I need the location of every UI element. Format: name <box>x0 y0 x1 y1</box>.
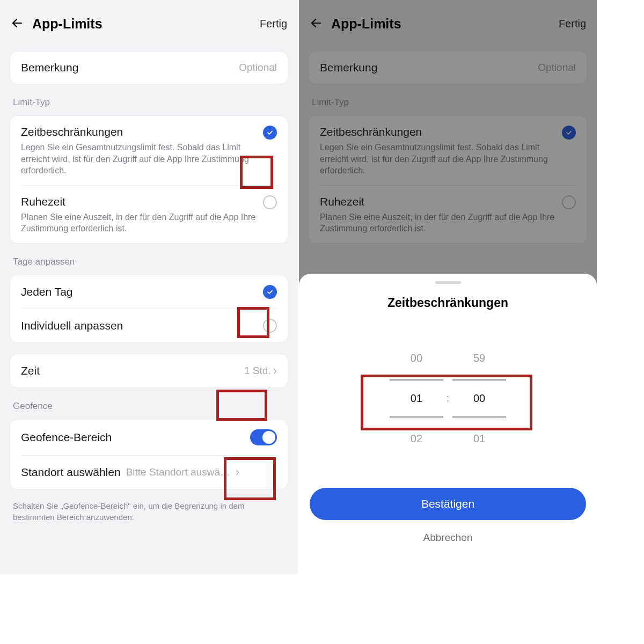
time-row[interactable]: Zeit 1 Std. › <box>10 354 288 387</box>
minutes-prev: 59 <box>452 337 506 379</box>
select-location-value: Bitte Standort auswäh… <box>126 466 233 478</box>
limit-type-section: Limit-Typ <box>10 95 288 115</box>
time-limit-option[interactable]: Zeitbeschränkungen Legen Sie ein Gesamtn… <box>10 116 288 185</box>
days-card: Jeden Tag Individuell anpassen <box>10 275 288 343</box>
custom-days-label: Individuell anpassen <box>21 319 263 332</box>
downtime-desc: Planen Sie eine Auszeit, in der für den … <box>21 211 263 235</box>
time-picker-sheet: Zeitbeschränkungen 00 01 02 : 59 00 01 B… <box>299 274 597 574</box>
geofence-toggle[interactable] <box>250 429 277 445</box>
right-screenshot: App-Limits Fertig Bemerkung Optional Lim… <box>299 0 597 574</box>
geofence-section: Geofence <box>10 399 288 419</box>
hours-column[interactable]: 00 01 02 <box>390 337 443 460</box>
select-location-label: Standort auswählen <box>21 466 121 479</box>
minutes-column[interactable]: 59 00 01 <box>452 337 506 460</box>
minutes-selected: 00 <box>452 379 506 418</box>
time-limit-title: Zeitbeschränkungen <box>21 126 263 138</box>
time-picker[interactable]: 00 01 02 : 59 00 01 <box>310 337 586 460</box>
time-separator: : <box>443 393 452 404</box>
select-location-row[interactable]: Standort auswählen Bitte Standort auswäh… <box>10 456 288 489</box>
geofence-card: Geofence-Bereich Standort auswählen Bitt… <box>10 419 288 489</box>
remark-row[interactable]: Bemerkung Optional <box>10 52 288 84</box>
downtime-title: Ruhezeit <box>21 195 263 208</box>
time-card: Zeit 1 Std. › <box>10 354 288 388</box>
chevron-right-icon: › <box>273 364 277 378</box>
remark-placeholder: Optional <box>239 62 277 74</box>
remark-card: Bemerkung Optional <box>10 51 288 84</box>
geofence-area-row[interactable]: Geofence-Bereich <box>10 420 288 455</box>
sheet-title: Zeitbeschränkungen <box>310 296 586 310</box>
chevron-right-icon: › <box>236 465 239 479</box>
downtime-radio-unchecked-icon[interactable] <box>263 195 277 209</box>
remark-label: Bemerkung <box>21 61 239 74</box>
header-bar: App-Limits Fertig <box>0 0 298 51</box>
hours-next: 02 <box>390 418 443 460</box>
every-day-radio-checked-icon[interactable] <box>263 285 277 299</box>
page-title: App-Limits <box>32 16 260 32</box>
downtime-option[interactable]: Ruhezeit Planen Sie eine Auszeit, in der… <box>10 186 288 243</box>
hours-selected: 01 <box>390 379 443 418</box>
time-limit-desc: Legen Sie ein Gesamtnutzungslimit fest. … <box>21 142 263 177</box>
every-day-option[interactable]: Jeden Tag <box>10 275 288 309</box>
every-day-label: Jeden Tag <box>21 286 263 298</box>
limit-type-card: Zeitbeschränkungen Legen Sie ein Gesamtn… <box>10 115 288 244</box>
custom-days-option[interactable]: Individuell anpassen <box>10 309 288 342</box>
time-label: Zeit <box>21 364 244 377</box>
confirm-button[interactable]: Bestätigen <box>310 488 586 520</box>
time-limit-radio-checked-icon[interactable] <box>263 126 277 140</box>
days-section: Tage anpassen <box>10 254 288 275</box>
drag-handle-icon[interactable] <box>435 281 461 284</box>
custom-days-radio-unchecked-icon[interactable] <box>263 319 277 333</box>
back-arrow-icon[interactable] <box>11 17 24 32</box>
geofence-hint: Schalten Sie „Geofence-Bereich" ein, um … <box>10 500 288 528</box>
content-area: Bemerkung Optional Limit-Typ Zeitbeschrä… <box>0 51 298 539</box>
minutes-next: 01 <box>452 418 506 460</box>
hours-prev: 00 <box>390 337 443 379</box>
geofence-area-label: Geofence-Bereich <box>21 431 250 444</box>
cancel-button[interactable]: Abbrechen <box>310 532 586 544</box>
left-screenshot: App-Limits Fertig Bemerkung Optional Lim… <box>0 0 298 574</box>
time-value: 1 Std. <box>244 365 271 377</box>
done-button[interactable]: Fertig <box>260 18 287 30</box>
